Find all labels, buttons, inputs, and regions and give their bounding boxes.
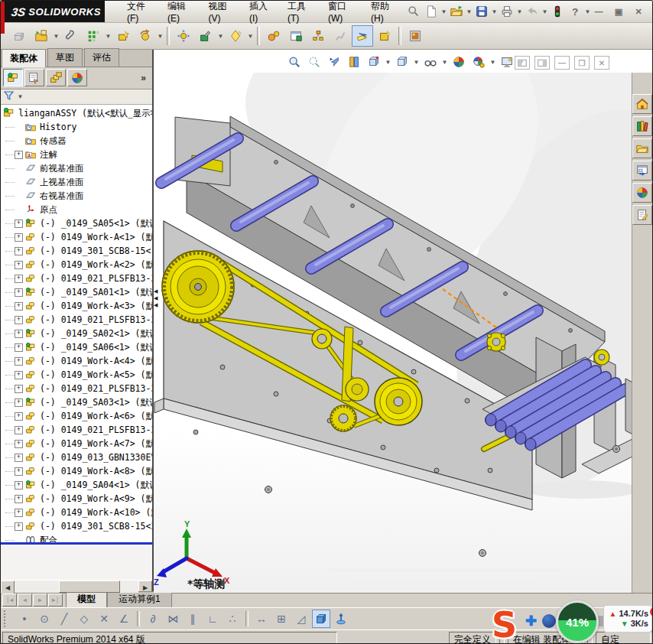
command-tab-评估[interactable]: 评估 (84, 48, 119, 67)
tree-expander[interactable]: + (15, 247, 23, 255)
minimize-button[interactable]: — (591, 5, 606, 18)
tree-item[interactable]: +(-) 0149_Work-A<5> (默认< (1, 368, 152, 382)
apply-scene-dropdown-arrow[interactable]: ▼ (489, 59, 496, 66)
tree-expander[interactable]: + (15, 385, 23, 393)
assembly-features-button[interactable] (195, 25, 216, 47)
apply-scene-button[interactable] (469, 53, 488, 71)
section-view-button[interactable] (345, 53, 363, 71)
tree-item[interactable]: +(-) _0149_SA04<1> (默认<默 (1, 478, 152, 492)
smart-fasteners-button[interactable] (112, 25, 134, 47)
tree-item[interactable]: +(-) 0149_021_PLSFB13-206< (1, 313, 152, 327)
restore-button[interactable]: ▣ (611, 5, 626, 18)
featuremanager-tab[interactable] (3, 69, 23, 86)
menu-edit[interactable]: 编辑(E) (159, 0, 199, 27)
open-part-dropdown-arrow[interactable]: ▼ (53, 33, 60, 40)
edit-appearance-button[interactable] (450, 53, 468, 71)
point-set-tool-button[interactable]: ∴ (223, 610, 242, 628)
tab-motion-study[interactable]: 运动算例1 (107, 591, 172, 607)
tree-expander[interactable]: + (15, 426, 23, 434)
tree-item[interactable]: 前视基准面 (1, 161, 152, 175)
tab-model[interactable]: 模型 (66, 591, 107, 607)
tree-item[interactable]: History (1, 120, 152, 134)
tree-item[interactable]: +A注解 (1, 148, 152, 161)
open-icon[interactable] (448, 3, 465, 20)
tree-item[interactable]: +(-) 0149_Work-A<9> (默认< (1, 492, 152, 506)
close-doc-button[interactable]: ✕ (594, 56, 609, 70)
undo-icon[interactable] (524, 3, 541, 20)
help-icon[interactable]: ? (567, 3, 583, 20)
undo-dropdown-arrow[interactable]: ▼ (541, 8, 548, 15)
explode-line-sketch-button[interactable] (330, 25, 351, 47)
reference-geometry-dropdown-arrow[interactable]: ▼ (247, 33, 254, 40)
motion-study-button[interactable] (263, 25, 284, 47)
tree-expander[interactable]: + (15, 233, 23, 242)
graphics-viewport[interactable]: ▼▼▼▼▼ —❐✕ ◀◀◀ *等轴测 (154, 50, 652, 593)
tree-item[interactable]: 传感器 (1, 134, 152, 148)
print-dropdown-arrow[interactable]: ▼ (516, 8, 523, 15)
reference-geometry-button[interactable] (225, 25, 246, 47)
tree-item[interactable]: +(-) _0149_SA06<1> (默认<默 (1, 340, 152, 354)
tree-item[interactable]: 配合 (1, 533, 152, 542)
command-tab-草图[interactable]: 草图 (47, 48, 83, 67)
traffic-light-icon[interactable] (549, 3, 566, 20)
view-cube-tool-button[interactable] (312, 610, 330, 628)
tree-expander[interactable]: + (15, 481, 23, 490)
network-speed-widget[interactable]: ▲14.7K/s ▼3K/s (603, 605, 652, 633)
view-orientation-dropdown-arrow[interactable]: ▼ (385, 59, 391, 66)
zoom-to-area-button[interactable] (305, 53, 323, 71)
hide-show-items-dropdown-arrow[interactable]: ▼ (441, 59, 448, 66)
open-dropdown-arrow[interactable]: ▼ (466, 8, 473, 15)
tab-nav-last-button[interactable]: ▶| (48, 594, 63, 607)
pane-left-button[interactable] (515, 56, 530, 70)
menu-insert[interactable]: 插入(I) (241, 0, 278, 27)
circle-tool-button[interactable]: ⊙ (35, 610, 54, 628)
hide-show-items-button[interactable] (421, 53, 440, 71)
rotate-component-dropdown-arrow[interactable]: ▼ (157, 33, 164, 40)
menu-tools[interactable]: 工具(T) (279, 0, 318, 27)
tray-globe-icon[interactable] (542, 614, 556, 628)
line-tool-button[interactable]: ╱ (55, 610, 73, 628)
tree-item[interactable]: +(-) _0149_SA02<1> (默认<默 (1, 327, 152, 340)
bill-of-materials-button[interactable] (285, 25, 307, 47)
tray-plus-icon[interactable]: ✚ (525, 613, 537, 629)
propertymanager-tab[interactable] (24, 69, 44, 86)
tab-nav-next-button[interactable]: ▶ (33, 594, 47, 607)
save-icon[interactable] (473, 3, 490, 20)
exploded-view-button[interactable] (307, 25, 329, 47)
tree-expander[interactable]: + (15, 509, 23, 517)
tree-item[interactable]: +(-) 0149_Work-A<7> (默认< (1, 437, 152, 450)
tree-expander[interactable]: + (15, 522, 23, 531)
tree-item[interactable]: +(-) 0149_021_PLSFB13-206< (1, 272, 152, 285)
tree-expander[interactable]: + (15, 151, 23, 159)
tree-expander[interactable]: + (15, 316, 23, 324)
pane-right-button[interactable] (534, 56, 550, 70)
assembly-features-dropdown-arrow[interactable]: ▼ (217, 33, 224, 40)
polygon-tool-button[interactable]: ◇ (75, 610, 93, 628)
file-explorer-button[interactable] (632, 138, 652, 158)
360-s-logo-icon[interactable]: S (492, 608, 517, 642)
tab-nav-first-button[interactable]: |◀ (2, 594, 17, 607)
new-document-icon[interactable] (423, 3, 440, 20)
zoom-to-fit-button[interactable] (285, 53, 304, 71)
assembly-visualization-button[interactable] (374, 25, 395, 47)
tree-expander[interactable]: + (15, 398, 23, 407)
tree-item[interactable]: +(-) 0149_Work-A<1> (默认< (1, 230, 152, 244)
tree-expander[interactable]: + (15, 220, 23, 228)
configurationmanager-tab[interactable] (46, 69, 66, 86)
tree-item[interactable]: 上视基准面 (1, 175, 152, 189)
tree-expander[interactable]: + (15, 343, 23, 352)
tree-expander[interactable]: + (15, 275, 23, 283)
mirror-tool-button[interactable]: ⋈ (164, 610, 182, 628)
sketch-angle-tool-button[interactable]: ∠ (115, 610, 133, 628)
tree-expander[interactable]: + (15, 412, 23, 421)
insert-component-button[interactable] (8, 25, 30, 47)
tree-expander[interactable]: + (15, 302, 23, 311)
minimize-doc-button[interactable]: — (554, 56, 570, 70)
move-axis-tool-button[interactable] (332, 610, 350, 628)
search-icon[interactable] (405, 3, 422, 20)
point-tool-button[interactable]: • (15, 610, 34, 628)
tree-item[interactable]: +(-) 0149_Work-A<4> (默认< (1, 354, 152, 368)
tree-item[interactable]: +(-) 0149_301_SCB8-15<2> (默 (1, 519, 152, 533)
view-orientation-button[interactable] (365, 53, 383, 71)
tree-item[interactable]: +(-) 0149_Work-A<2> (默认< (1, 258, 152, 272)
